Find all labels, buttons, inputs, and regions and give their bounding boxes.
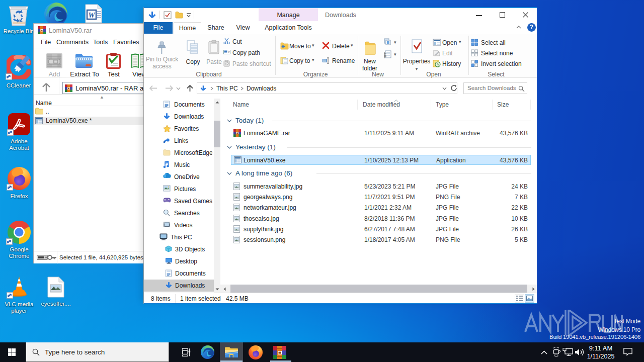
svg-text:W: W (88, 11, 96, 19)
